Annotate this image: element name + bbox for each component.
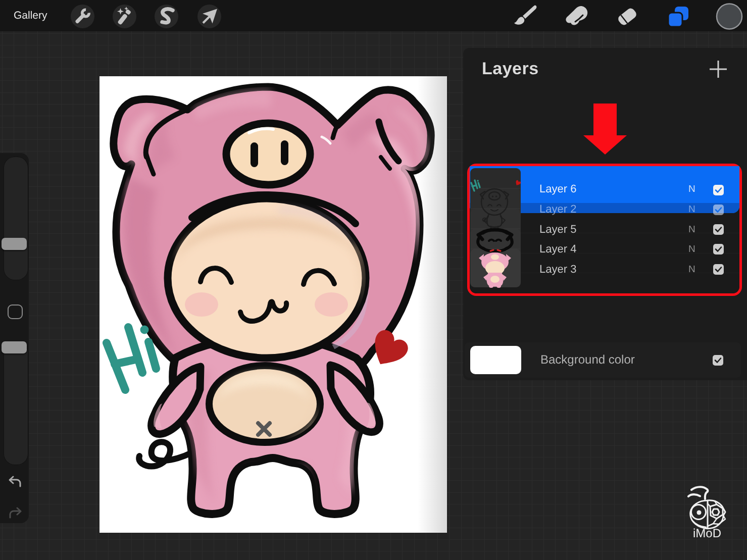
svg-text:iMoD: iMoD xyxy=(693,527,721,540)
